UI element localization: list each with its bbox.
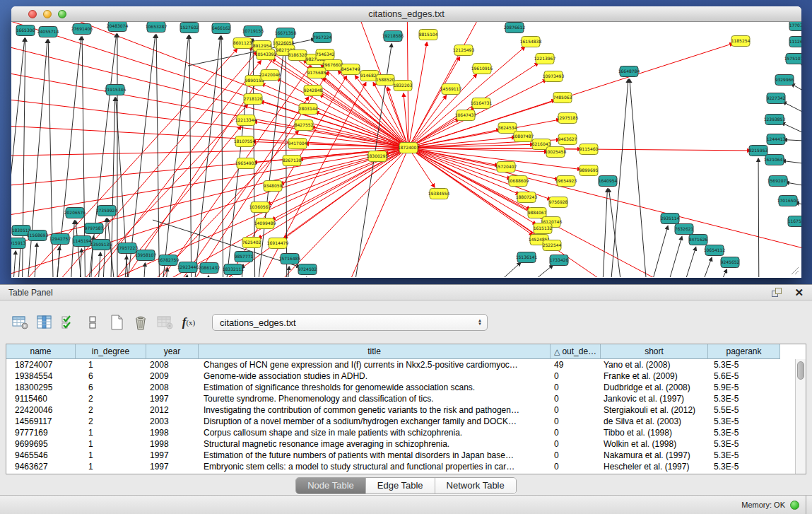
graph-node[interactable]: 1665306 [16, 25, 35, 36]
graph-node[interactable]: 9463627 [558, 134, 577, 145]
graph-node[interactable]: 1145194 [73, 236, 92, 247]
column-header-outde[interactable]: △out_de… [551, 344, 601, 359]
graph-node[interactable]: 7632621 [675, 224, 694, 235]
graph-node[interactable]: 18807243 [516, 192, 538, 203]
graph-node[interactable]: 16914479 [267, 238, 289, 249]
graph-node[interactable]: 1167533 [788, 216, 801, 227]
graph-node[interactable]: 1770312 [789, 22, 801, 31]
graph-node[interactable]: 19218586 [382, 31, 404, 42]
graph-node[interactable]: 9899695 [579, 165, 599, 176]
graph-node[interactable]: 2935114 [661, 214, 680, 224]
vertical-scrollbar[interactable] [795, 359, 806, 474]
graph-node[interactable]: 3915913 [11, 238, 26, 249]
graph-node[interactable]: 16210643 [764, 155, 786, 165]
graph-node[interactable]: 19654903 [235, 158, 257, 169]
graph-node[interactable]: 12213967 [534, 54, 556, 64]
graph-node[interactable]: 16164731 [471, 98, 493, 109]
column-header-title[interactable]: title [199, 344, 551, 359]
graph-node[interactable]: 10807487 [512, 132, 534, 142]
graph-node[interactable]: 14569117 [440, 84, 462, 95]
graph-node[interactable]: 27691406 [71, 24, 93, 35]
graph-node[interactable]: 10653287 [146, 22, 167, 33]
graph-node[interactable]: 8215953 [749, 146, 768, 156]
graph-node[interactable]: 16782759 [158, 255, 180, 266]
close-panel-icon[interactable]: ✕ [794, 288, 804, 298]
graph-node[interactable]: 8267130 [283, 156, 302, 166]
graph-node[interactable]: 9242848 [304, 86, 323, 96]
graph-node[interactable]: 9329966 [775, 75, 794, 86]
column-header-year[interactable]: year [146, 344, 199, 359]
graph-node[interactable]: 15136141 [516, 252, 538, 263]
graph-node[interactable]: 16648784 [618, 66, 640, 77]
tab-edge-table[interactable]: Edge Table [366, 478, 435, 493]
graph-node[interactable]: 15720407 [495, 162, 517, 173]
graph-node[interactable]: 12125493 [453, 45, 475, 56]
graph-node[interactable]: 18107554 [234, 136, 256, 147]
graph-node[interactable]: 22420046 [259, 70, 281, 81]
row-height-icon[interactable] [82, 313, 103, 332]
graph-node[interactable]: 9115460 [579, 144, 599, 155]
graph-node[interactable]: 24055714 [37, 27, 59, 37]
graph-node[interactable]: 9227342 [767, 93, 786, 104]
table-row[interactable]: 977716911998Corpus callosum shape and si… [6, 427, 806, 438]
graph-node[interactable]: 8601123 [233, 38, 252, 49]
graph-node[interactable]: 8427552 [295, 120, 314, 131]
graph-node[interactable]: 2803144 [299, 104, 318, 115]
graph-node[interactable]: 1588520 [376, 75, 395, 86]
graph-node[interactable]: 18724007 [398, 143, 420, 153]
graph-node[interactable]: 2718120 [244, 94, 263, 105]
graph-node[interactable]: 21915346 [105, 85, 126, 95]
graph-node[interactable]: 8454749 [341, 64, 360, 75]
column-header-pagerank[interactable]: pagerank [708, 344, 780, 359]
table-row[interactable]: 946554611997Estimation of the future num… [6, 450, 806, 461]
graph-node[interactable]: 10688609 [507, 176, 529, 187]
graph-node[interactable]: 2522544 [543, 240, 562, 251]
graph-node[interactable]: 16154838 [520, 37, 542, 47]
graph-node[interactable]: 9724502 [298, 264, 317, 275]
graph-node[interactable]: 12975185 [557, 113, 579, 124]
graph-node[interactable]: 16671358 [275, 28, 297, 39]
table-row[interactable]: 946362711997Embryonic stem cells: a mode… [6, 461, 806, 472]
graph-node[interactable]: 15751074 [784, 54, 801, 64]
graph-node[interactable]: 14099489 [254, 218, 276, 229]
column-header-short[interactable]: short [601, 344, 708, 359]
graph-node[interactable]: 18300295 [367, 151, 389, 162]
graph-node[interactable]: 13958107 [135, 250, 157, 261]
column-header-name[interactable]: name [6, 344, 76, 359]
window-titlebar[interactable]: citations_edges.txt [11, 6, 801, 22]
table-row[interactable]: 2242004622012Investigating the contribut… [6, 404, 806, 416]
graph-node[interactable]: 1733426 [550, 255, 569, 266]
graph-node[interactable]: 9857771 [235, 252, 254, 262]
table-row[interactable]: 1872400712008Changes of HCN gene express… [6, 359, 806, 370]
graph-node[interactable]: 6466162 [212, 23, 231, 34]
function-builder-icon[interactable]: f(x) [178, 313, 199, 332]
table-row[interactable]: 1938455462009Genome-wide association stu… [6, 370, 806, 382]
graph-node[interactable]: 1527602 [180, 23, 199, 33]
graph-node[interactable]: 17016504 [777, 196, 799, 206]
graph-node[interactable]: 10654112 [704, 245, 726, 256]
graph-node[interactable]: 9348059 [264, 181, 283, 192]
graph-node[interactable]: 11568693 [27, 230, 49, 241]
new-table-icon[interactable] [106, 313, 127, 332]
table-row[interactable]: 911546021997Tourette syndrome. Phenomeno… [6, 393, 806, 404]
graph-node[interactable]: 7546342 [316, 49, 335, 60]
tab-node-table[interactable]: Node Table [296, 478, 366, 493]
delete-trash-icon[interactable] [130, 313, 151, 332]
graph-node[interactable]: 19384554 [428, 189, 450, 199]
select-rows-check-icon[interactable] [58, 313, 79, 332]
graph-node[interactable]: 19610916 [471, 64, 493, 74]
graph-node[interactable]: 17359924 [96, 206, 118, 216]
graph-node[interactable]: 19654923 [555, 176, 577, 187]
graph-node[interactable]: 10973493 [543, 71, 565, 82]
graph-node[interactable]: 20483074 [107, 22, 129, 32]
graph-node[interactable]: 10360567 [249, 202, 271, 213]
graph-node[interactable]: 20861432 [199, 263, 220, 274]
graph-node[interactable]: 7485063 [553, 93, 572, 103]
graph-node[interactable]: 8815104 [419, 30, 438, 40]
graph-node[interactable]: 20876612 [504, 23, 526, 33]
table-row[interactable]: 1830029562008Estimation of significance … [6, 382, 806, 393]
graph-node[interactable]: 9417004 [288, 139, 307, 149]
graph-node[interactable]: 10543392 [255, 49, 277, 60]
graph-node[interactable]: 9797587 [85, 223, 104, 234]
graph-node[interactable]: 12923446 [177, 262, 199, 273]
